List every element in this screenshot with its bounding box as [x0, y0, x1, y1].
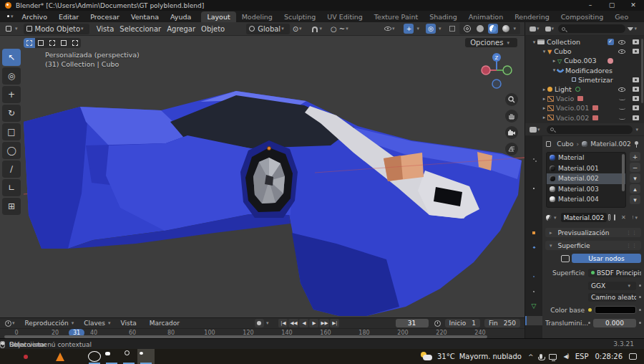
properties-tab-data[interactable]: [525, 302, 542, 311]
frame-start-field[interactable]: Inicio1: [445, 319, 481, 327]
outliner-row-simetrizar[interactable]: Simetrizar: [525, 75, 644, 85]
select-mode-box[interactable]: [35, 38, 47, 48]
outliner-toggle-1[interactable]: [605, 37, 615, 47]
viewport-3d[interactable]: Personalizada (perspectiva) (31) Collect…: [0, 36, 525, 317]
microphone-icon[interactable]: [540, 354, 542, 359]
jump-to-start-button[interactable]: |◀: [278, 319, 288, 327]
material-preview-button[interactable]: [488, 24, 498, 34]
outliner-row-cubo003[interactable]: ▸ Cubo.003: [525, 56, 644, 65]
workspace-tab[interactable]: UV Editing: [321, 11, 369, 22]
workspace-tab[interactable]: Geo: [609, 11, 634, 22]
next-keyframe-button[interactable]: ▶▶: [319, 319, 329, 327]
chevron-down-icon[interactable]: ▾: [635, 127, 638, 133]
render-visibility-toggle[interactable]: [630, 113, 640, 123]
select-mode-circle[interactable]: [47, 38, 58, 48]
tool-move[interactable]: +: [2, 86, 21, 103]
material-name-field[interactable]: Material.002: [561, 213, 608, 222]
tool-scale[interactable]: □: [2, 123, 21, 140]
expand-arrow[interactable]: ▾: [531, 39, 537, 45]
vlc-icon[interactable]: [52, 349, 69, 364]
render-visibility-toggle[interactable]: [630, 56, 640, 65]
visibility-toggle[interactable]: [617, 103, 627, 112]
viewport-menu-item[interactable]: Agregar: [164, 24, 198, 34]
outliner-search-input[interactable]: [558, 24, 625, 33]
weather-widget[interactable]: 31°C Mayorm. nublado: [420, 352, 522, 361]
select-mode-extra[interactable]: [69, 38, 81, 48]
tool-measure[interactable]: ∟: [2, 179, 21, 196]
workspace-tab[interactable]: Animation: [463, 11, 509, 22]
expand-arrow[interactable]: ▸: [541, 105, 547, 111]
prev-frame-button[interactable]: ◀: [299, 319, 308, 327]
expand-arrow[interactable]: ▸: [551, 58, 557, 64]
timeline-menu-item[interactable]: Reproducción▾: [21, 320, 81, 327]
viewport-menu-item[interactable]: Vista: [94, 24, 117, 34]
expand-arrow[interactable]: ▾: [541, 49, 547, 54]
overlays-toggle[interactable]: ◎: [426, 24, 436, 34]
gizmo-z-negative[interactable]: [492, 80, 501, 88]
properties-tab-scene[interactable]: [525, 198, 542, 208]
frame-end-field[interactable]: Fin250: [484, 319, 520, 327]
transmission-slider[interactable]: 0.000: [593, 319, 636, 327]
object-origin-marker[interactable]: [268, 147, 271, 150]
proportional-editing-toggle[interactable]: ○~▾: [328, 24, 354, 34]
properties-editor-type-button[interactable]: ▾: [528, 124, 545, 135]
workspace-tab[interactable]: Rendering: [509, 11, 555, 22]
show-object-types-dropdown[interactable]: ▾: [381, 24, 401, 34]
gizmo-x-axis[interactable]: [482, 66, 490, 75]
jump-to-end-button[interactable]: ▶|: [330, 319, 339, 327]
add-slot-button[interactable]: +: [630, 152, 640, 161]
timeline-menu-item[interactable]: Vista: [117, 320, 146, 327]
playback-sync-icon[interactable]: [434, 320, 441, 327]
workspace-tab[interactable]: Modeling: [236, 11, 278, 22]
auto-keying-toggle[interactable]: [255, 319, 264, 327]
outliner-toggle-1[interactable]: [605, 47, 615, 56]
visibility-toggle[interactable]: [617, 56, 627, 65]
outliner-row-cubo[interactable]: ▾ Cubo: [525, 47, 644, 56]
timeline-ruler[interactable]: 020406080100120140160180200220240 31: [0, 328, 525, 338]
subsurface-method-dropdown[interactable]: Camino aleato...▾: [588, 293, 636, 302]
network-icon[interactable]: [549, 354, 557, 360]
current-frame-field[interactable]: 31: [396, 319, 429, 327]
timeline-menu-item[interactable]: Marcador: [146, 320, 189, 327]
use-nodes-button[interactable]: Usar nodos: [572, 254, 641, 263]
outliner-toggle-1[interactable]: [605, 103, 615, 112]
outliner-toggle-1[interactable]: [605, 66, 615, 75]
outliner-row-light[interactable]: ▸ Light: [525, 85, 644, 94]
play-button[interactable]: ▶: [309, 319, 318, 327]
menu-item[interactable]: Procesar: [84, 13, 125, 21]
preview-panel-header[interactable]: ▸Previsualización⋮⋮: [545, 228, 641, 237]
scene-canvas[interactable]: [0, 36, 525, 317]
menu-item[interactable]: Ayuda: [165, 13, 197, 21]
camera-view-button[interactable]: [505, 126, 518, 139]
slot-specials-dropdown[interactable]: ▾: [630, 173, 640, 183]
visibility-toggle[interactable]: [617, 85, 627, 94]
filter-icon[interactable]: [633, 216, 633, 219]
render-visibility-toggle[interactable]: [630, 85, 640, 94]
tool-transform[interactable]: ◯: [2, 142, 21, 159]
file-explorer-icon[interactable]: [34, 349, 52, 364]
visibility-toggle[interactable]: [617, 94, 627, 103]
properties-search-input[interactable]: [547, 125, 633, 134]
outliner-toggle-1[interactable]: [605, 56, 615, 65]
move-slot-up-button[interactable]: ▴: [630, 184, 640, 193]
gizmos-toggle[interactable]: +: [404, 24, 414, 34]
expand-arrow[interactable]: ▸: [541, 87, 547, 92]
properties-tab-tool[interactable]: [525, 140, 542, 149]
move-slot-down-button[interactable]: ▾: [630, 195, 640, 204]
outliner-row-collection[interactable]: ▾ Collection: [525, 37, 644, 47]
properties-tab-render[interactable]: [525, 155, 542, 164]
visibility-toggle[interactable]: [617, 75, 627, 85]
unlink-material-button[interactable]: ✕: [619, 214, 628, 221]
visibility-toggle[interactable]: [617, 47, 627, 56]
outliner-row-vacio001[interactable]: ▸ Vacio.001: [525, 103, 644, 112]
properties-tab-modifiers[interactable]: [525, 243, 542, 252]
properties-tab-physics[interactable]: [525, 272, 542, 282]
options-dropdown[interactable]: Opciones▾: [465, 38, 517, 47]
remove-slot-button[interactable]: −: [630, 163, 640, 172]
menu-item[interactable]: Ventana: [125, 13, 165, 21]
notification-icon[interactable]: [629, 353, 637, 360]
render-visibility-toggle[interactable]: [630, 37, 640, 47]
prev-keyframe-button[interactable]: ◀◀: [288, 319, 298, 327]
breadcrumb-object[interactable]: Cubo: [557, 140, 573, 148]
properties-tab-object[interactable]: [525, 228, 542, 237]
